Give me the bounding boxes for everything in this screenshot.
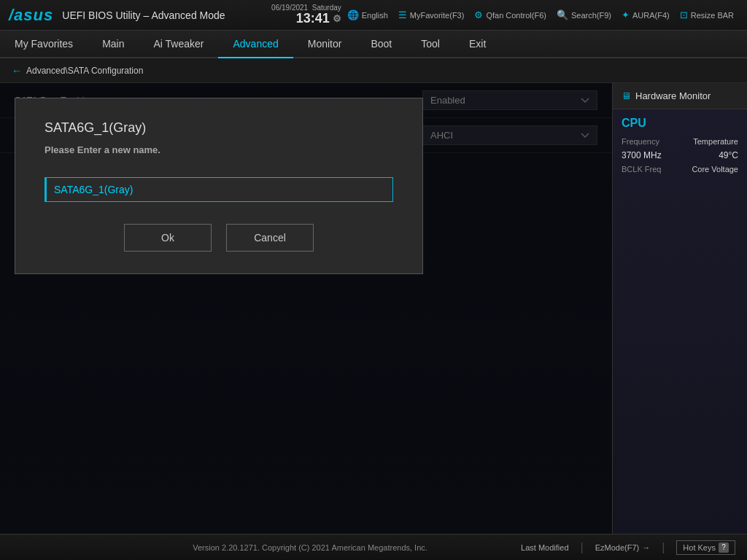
time-display: 13:41 ⚙ (296, 12, 341, 26)
resize-bar-button[interactable]: ⊡ Resize BAR (676, 7, 738, 23)
hot-keys-button[interactable]: Hot Keys ? (676, 540, 735, 555)
hot-keys-label: Hot Keys (683, 543, 716, 552)
globe-icon: 🌐 (347, 9, 359, 20)
hw-monitor-panel: 🖥 Hardware Monitor CPU Frequency Tempera… (612, 83, 747, 534)
cpu-title: CPU (622, 117, 738, 130)
ez-mode-button[interactable]: EzMode(F7) → (595, 543, 651, 552)
tab-ai-tweaker[interactable]: Ai Tweaker (139, 31, 218, 57)
datetime-display: 06/19/2021 Saturday 13:41 ⚙ (271, 4, 341, 26)
app-title: UEFI BIOS Utility – Advanced Mode (62, 9, 225, 21)
ok-button[interactable]: Ok (124, 224, 212, 252)
qfan-button[interactable]: ⚙ Qfan Control(F6) (470, 7, 551, 23)
my-favorite-button[interactable]: ☰ MyFavorite(F3) (394, 7, 469, 23)
frequency-label: Frequency (622, 137, 678, 146)
nav-bar: My Favorites Main Ai Tweaker Advanced Mo… (0, 31, 747, 58)
footer-version: Version 2.20.1271. Copyright (C) 2021 Am… (99, 543, 521, 552)
rename-input[interactable] (44, 177, 393, 202)
breadcrumb: ← Advanced\SATA Configuration (0, 58, 747, 83)
hw-monitor-title: Hardware Monitor (635, 90, 711, 101)
hot-keys-q-icon: ? (719, 542, 729, 553)
dialog-title: SATA6G_1(Gray) (44, 120, 393, 136)
tab-tool[interactable]: Tool (406, 31, 454, 57)
footer-separator-1: | (581, 541, 584, 554)
dialog-buttons: Ok Cancel (44, 224, 393, 252)
language-button[interactable]: 🌐 English (343, 7, 392, 23)
footer-separator-2: | (662, 541, 665, 554)
header-bar: /asus UEFI BIOS Utility – Advanced Mode … (0, 0, 747, 31)
fan-icon: ⚙ (474, 9, 483, 20)
footer: Version 2.20.1271. Copyright (C) 2021 Am… (0, 534, 747, 560)
last-modified-label: Last Modified (521, 543, 568, 552)
rename-dialog: SATA6G_1(Gray) Please Enter a new name. … (15, 98, 423, 274)
main-area: SATA Port Enable Enabled Disabled SATA M… (0, 83, 747, 534)
cancel-button[interactable]: Cancel (226, 224, 314, 252)
aura-button[interactable]: ✦ AURA(F4) (617, 7, 674, 23)
asus-logo: /asus (9, 6, 53, 25)
monitor-icon: 🖥 (622, 90, 631, 101)
tab-monitor[interactable]: Monitor (293, 31, 357, 57)
modal-backdrop: SATA6G_1(Gray) Please Enter a new name. … (0, 83, 612, 534)
cpu-section: CPU Frequency Temperature 3700 MHz 49°C … (613, 109, 747, 181)
resize-icon: ⊡ (680, 9, 688, 20)
content-area: SATA Port Enable Enabled Disabled SATA M… (0, 83, 612, 534)
search-button[interactable]: 🔍 Search(F9) (552, 7, 616, 23)
cpu-stats-grid: Frequency Temperature 3700 MHz 49°C BCLK… (622, 137, 738, 174)
ez-mode-label: EzMode(F7) (595, 543, 640, 552)
tab-my-favorites[interactable]: My Favorites (0, 31, 88, 57)
aura-icon: ✦ (622, 9, 630, 20)
asus-logo-icon: /asus (9, 6, 53, 25)
tab-exit[interactable]: Exit (454, 31, 500, 57)
ez-mode-arrow-icon: → (642, 543, 650, 552)
frequency-value: 3700 MHz (622, 150, 678, 160)
settings-icon[interactable]: ⚙ (333, 14, 341, 24)
star-icon: ☰ (398, 9, 407, 20)
back-arrow-icon[interactable]: ← (12, 65, 22, 77)
bclk-label: BCLK Freq (622, 165, 678, 174)
temperature-label: Temperature (681, 137, 738, 146)
tab-boot[interactable]: Boot (356, 31, 406, 57)
last-modified-button[interactable]: Last Modified (521, 543, 568, 552)
temperature-value: 49°C (681, 150, 738, 160)
tab-main[interactable]: Main (88, 31, 139, 57)
dialog-subtitle: Please Enter a new name. (44, 144, 393, 155)
header-right: 06/19/2021 Saturday 13:41 ⚙ 🌐 English ☰ … (271, 4, 738, 26)
tab-advanced[interactable]: Advanced (218, 31, 293, 58)
hw-monitor-header: 🖥 Hardware Monitor (613, 83, 747, 109)
search-icon: 🔍 (557, 9, 568, 20)
breadcrumb-path: Advanced\SATA Configuration (26, 66, 143, 76)
core-voltage-label: Core Voltage (681, 165, 738, 174)
footer-actions: Last Modified | EzMode(F7) → | Hot Keys … (521, 540, 735, 555)
